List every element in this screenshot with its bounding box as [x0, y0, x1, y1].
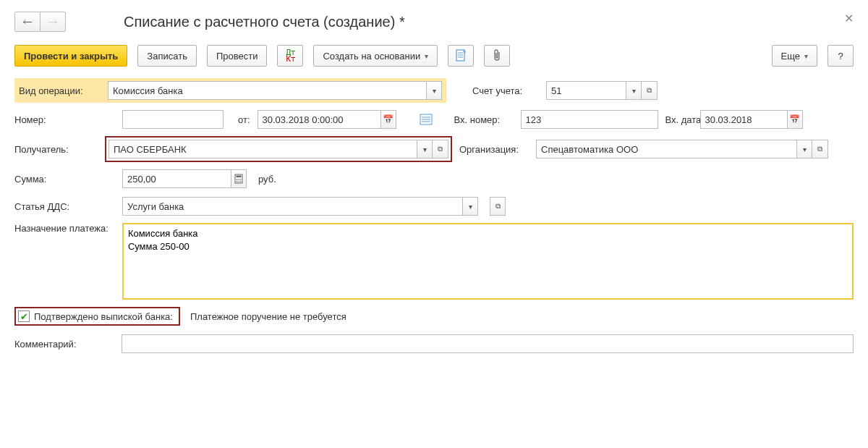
svg-point-12 [240, 179, 242, 180]
dtkt-button[interactable]: ДᴛКᴛ [277, 45, 303, 67]
open-icon[interactable]: ⧉ [642, 81, 658, 100]
svg-point-14 [238, 181, 239, 182]
calendar-icon[interactable]: 📅 [787, 110, 803, 129]
svg-point-13 [237, 181, 238, 182]
svg-point-10 [237, 179, 238, 180]
confirmed-label: Подтверждено выпиской банка: [34, 311, 173, 322]
comment-label: Комментарий: [14, 339, 97, 350]
dropdown-icon[interactable]: ▾ [462, 197, 478, 216]
amount-label: Сумма: [14, 174, 98, 185]
document-icon [455, 49, 467, 62]
open-icon[interactable]: ⧉ [490, 197, 506, 216]
dropdown-icon[interactable]: ▾ [626, 81, 642, 100]
currency-label: руб. [258, 174, 276, 185]
list-icon[interactable] [420, 114, 433, 125]
post-and-close-button[interactable]: Провести и закрыть [14, 45, 127, 67]
svg-rect-9 [237, 176, 242, 178]
paperclip-icon [492, 49, 502, 62]
more-button[interactable]: Еще▾ [772, 45, 817, 67]
number-label: Номер: [14, 114, 98, 125]
svg-point-15 [240, 181, 242, 182]
recipient-label: Получатель: [14, 144, 98, 155]
comment-input[interactable] [122, 334, 854, 353]
org-input[interactable]: Спецавтоматика ООО [536, 140, 796, 159]
account-label: Счет учета: [472, 85, 539, 96]
po-status-text: Платежное поручение не требуется [190, 311, 346, 322]
purpose-textarea[interactable] [122, 223, 854, 300]
dds-input[interactable]: Услуги банка [122, 197, 462, 216]
close-icon[interactable]: ✕ [844, 12, 854, 25]
op-type-label: Вид операции: [19, 85, 102, 96]
recipient-input[interactable]: ПАО СБЕРБАНК [109, 140, 417, 159]
dropdown-icon[interactable]: ▾ [417, 140, 433, 159]
in-date-input[interactable]: 30.03.2018 [700, 110, 787, 129]
recipient-frame: ПАО СБЕРБАНК ▾ ⧉ [105, 136, 452, 162]
write-button[interactable]: Записать [137, 45, 197, 67]
open-icon[interactable]: ⧉ [812, 140, 828, 159]
page-title: Списание с расчетного счета (создание) * [124, 14, 405, 30]
help-button[interactable]: ? [827, 45, 854, 67]
chevron-down-icon: ▾ [804, 52, 808, 60]
chevron-down-icon: ▾ [425, 52, 428, 60]
attach-button[interactable] [484, 45, 510, 67]
dropdown-icon[interactable]: ▾ [426, 81, 442, 100]
svg-point-11 [238, 179, 239, 180]
number-input[interactable] [122, 110, 224, 129]
account-input[interactable]: 51 [546, 81, 626, 100]
org-label: Организация: [459, 144, 529, 155]
open-icon[interactable]: ⧉ [433, 140, 448, 159]
forward-button[interactable]: 🡒 [40, 12, 66, 32]
date-input[interactable]: 30.03.2018 0:00:00 [258, 110, 380, 129]
confirmed-frame: ✔ Подтверждено выпиской банка: [14, 307, 180, 326]
in-date-label: Вх. дата: [665, 115, 693, 124]
post-button[interactable]: Провести [207, 45, 268, 67]
op-type-input[interactable]: Комиссия банка [108, 81, 426, 100]
purpose-label: Назначение платежа: [14, 223, 98, 234]
dropdown-icon[interactable]: ▾ [796, 140, 812, 159]
in-number-input[interactable]: 123 [521, 110, 658, 129]
calculator-icon[interactable] [231, 169, 247, 188]
in-number-label: Вх. номер: [454, 114, 514, 125]
dtkt-icon: ДᴛКᴛ [286, 49, 295, 62]
back-button[interactable]: 🡐 [14, 12, 41, 32]
dds-label: Статья ДДС: [14, 201, 98, 212]
from-label: от: [238, 114, 250, 125]
print-button[interactable] [448, 45, 474, 67]
amount-input[interactable]: 250,00 [122, 169, 231, 188]
create-based-button[interactable]: Создать на основании▾ [313, 45, 438, 67]
calendar-icon[interactable]: 📅 [380, 110, 396, 129]
confirmed-checkbox[interactable]: ✔ [18, 310, 30, 322]
